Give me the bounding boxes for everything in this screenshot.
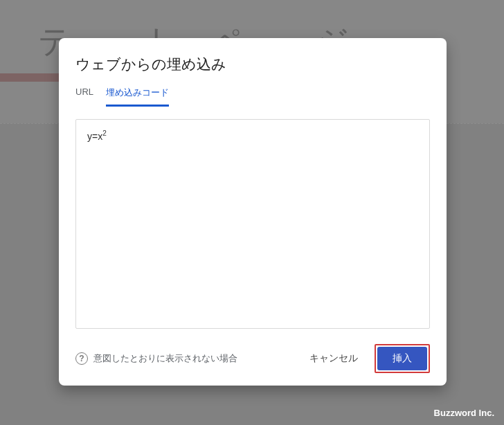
cancel-button[interactable]: キャンセル: [303, 347, 365, 370]
copyright-text: Buzzword Inc.: [434, 408, 494, 418]
help-icon: ?: [75, 352, 88, 365]
embed-dialog: ウェブからの埋め込み URL 埋め込みコード y=x2 ? 意図したとおりに表示…: [59, 38, 447, 386]
dialog-actions: キャンセル 挿入: [303, 344, 430, 373]
insert-button-highlight: 挿入: [375, 344, 430, 373]
dialog-footer: ? 意図したとおりに表示されない場合 キャンセル 挿入: [75, 344, 430, 373]
dialog-title: ウェブからの埋め込み: [75, 55, 430, 74]
tab-embed-code[interactable]: 埋め込みコード: [106, 87, 169, 107]
embed-content-exponent: 2: [102, 129, 107, 137]
help-text: 意図したとおりに表示されない場合: [93, 353, 237, 365]
tab-url[interactable]: URL: [75, 87, 93, 107]
embed-content-base: y=x: [87, 131, 102, 142]
embed-code-textarea[interactable]: y=x2: [75, 119, 430, 329]
insert-button[interactable]: 挿入: [377, 347, 427, 370]
help-link[interactable]: ? 意図したとおりに表示されない場合: [75, 352, 237, 365]
dialog-tabs: URL 埋め込みコード: [75, 87, 430, 107]
